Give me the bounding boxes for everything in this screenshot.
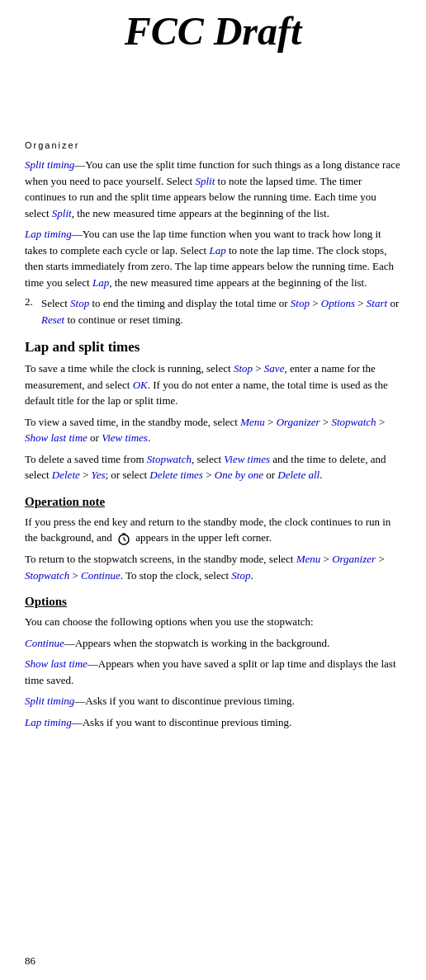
delete-times-link: Delete times: [149, 469, 203, 481]
lap-timing-option-text: —Asks if you want to discontinue previou…: [72, 716, 291, 728]
view-times-link1: View times: [102, 431, 148, 444]
split-link2: Split: [52, 207, 72, 219]
stopwatch-link1: Stopwatch: [331, 416, 376, 428]
stop-link2: Stop: [291, 297, 310, 309]
split-timing-option-text: —Asks if you want to discontinue previou…: [74, 695, 294, 707]
operation-para1: If you press the end key and return to t…: [25, 514, 401, 547]
yes-link: Yes: [92, 469, 106, 481]
delete-all-link: Delete all: [277, 469, 320, 481]
lap-link2: Lap: [92, 276, 109, 289]
continue-option-text: —Appears when the stopwatch is working i…: [64, 637, 330, 649]
show-last-option-link: Show last time: [25, 657, 88, 670]
lap-split-para2: To view a saved time, in the standby mod…: [25, 414, 401, 446]
view-times-link2: View times: [224, 453, 270, 465]
show-last-time-link1: Show last time: [25, 431, 88, 444]
lap-split-para3: To delete a saved time from Stopwatch, s…: [25, 451, 401, 483]
save-link: Save: [264, 362, 285, 375]
lap-timing-paragraph: Lap timing—You can use the lap time func…: [25, 226, 401, 290]
delete-link: Delete: [52, 469, 80, 481]
lap-timing-link: Lap timing: [25, 228, 72, 240]
continue-link: Continue: [81, 569, 121, 582]
options-link: Options: [321, 297, 355, 309]
split-timing-link: Split timing: [25, 158, 74, 171]
operation-para2: To return to the stopwatch screens, in t…: [25, 551, 401, 583]
page-header: FCC Draft: [0, 0, 426, 58]
content-area: Organizer Split timing—You can use the s…: [0, 140, 426, 751]
options-heading: Options: [25, 595, 401, 609]
lap-link1: Lap: [209, 244, 225, 257]
ok-link: OK: [133, 379, 148, 391]
stop-link3: Stop: [234, 362, 253, 375]
stop-link1: Stop: [70, 297, 89, 309]
stop-link4: Stop: [231, 569, 250, 582]
continue-option: Continue—Appears when the stopwatch is w…: [25, 635, 401, 652]
start-link: Start: [367, 297, 387, 309]
step-number: 2.: [25, 295, 41, 327]
stopwatch-link2: Stopwatch: [147, 453, 192, 465]
one-by-one-link: One by one: [215, 469, 263, 481]
split-timing-text3: , the new measured time appears at the b…: [72, 207, 329, 219]
lap-split-heading: Lap and split times: [25, 339, 401, 356]
split-timing-option-link: Split timing: [25, 695, 74, 707]
options-intro: You can choose the following options whe…: [25, 614, 401, 630]
svg-line-4: [124, 539, 126, 541]
menu-link1: Menu: [240, 416, 265, 428]
page-title: FCC Draft: [0, 0, 426, 58]
step-2-item: 2. Select Stop to end the timing and dis…: [25, 295, 401, 327]
split-timing-option: Split timing—Asks if you want to discont…: [25, 693, 401, 709]
split-timing-paragraph: Split timing—You can use the split time …: [25, 157, 401, 221]
split-link1: Split: [195, 175, 215, 187]
menu-link2: Menu: [296, 553, 321, 565]
lap-timing-option-link: Lap timing: [25, 716, 72, 728]
organizer-label: Organizer: [25, 140, 401, 150]
operation-note-heading: Operation note: [25, 495, 401, 509]
continue-option-link: Continue: [25, 637, 64, 649]
stopwatch-link3: Stopwatch: [25, 569, 69, 582]
page-number: 86: [25, 954, 36, 968]
organizer-link1: Organizer: [277, 416, 320, 428]
stopwatch-icon: [116, 531, 131, 546]
organizer-link2: Organizer: [332, 553, 376, 565]
lap-timing-text3: , the new measured time appears at the b…: [109, 276, 367, 289]
reset-link: Reset: [41, 313, 64, 326]
show-last-option: Show last time—Appears when you have sav…: [25, 656, 401, 688]
lap-timing-option: Lap timing—Asks if you want to discontin…: [25, 714, 401, 731]
step-2-text: Select Stop to end the timing and displa…: [41, 295, 401, 327]
lap-split-para1: To save a time while the clock is runnin…: [25, 360, 401, 409]
